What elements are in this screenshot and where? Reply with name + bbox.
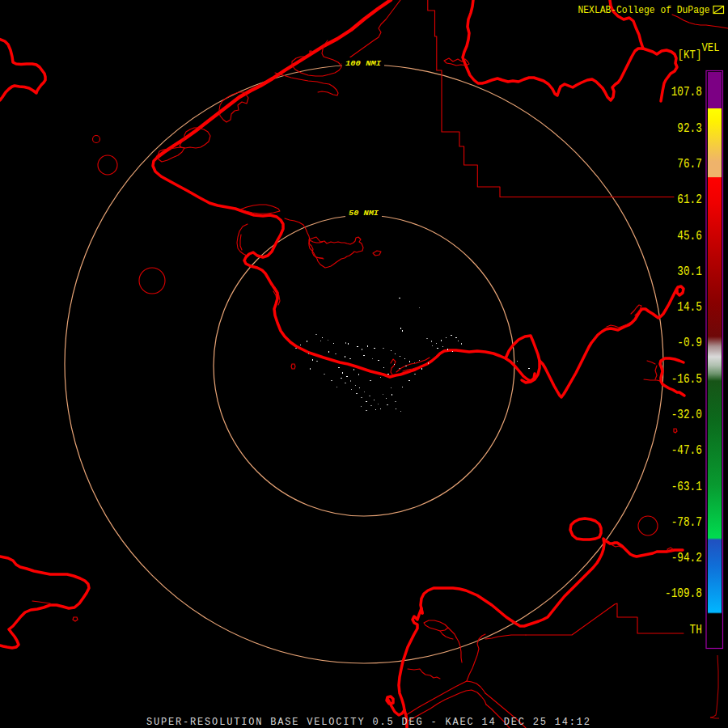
svg-text:SUPER-RESOLUTION BASE VELOCITY: SUPER-RESOLUTION BASE VELOCITY 0.5 DEG -… — [146, 717, 590, 728]
svg-text:107.8: 107.8 — [671, 85, 702, 99]
svg-text:VEL: VEL — [702, 40, 720, 55]
svg-text:-94.2: -94.2 — [671, 551, 702, 565]
svg-text:[KT]: [KT] — [678, 48, 702, 62]
svg-text:50 NMI: 50 NMI — [349, 209, 379, 218]
svg-text:NEXLAB-College of DuPage: NEXLAB-College of DuPage — [578, 5, 710, 16]
svg-text:-0.9: -0.9 — [677, 336, 702, 350]
svg-text:TH: TH — [690, 623, 702, 637]
svg-text:61.2: 61.2 — [677, 193, 702, 207]
svg-text:-78.7: -78.7 — [671, 515, 702, 530]
svg-text:-63.1: -63.1 — [671, 480, 702, 494]
svg-text:30.1: 30.1 — [677, 265, 702, 279]
svg-text:-109.8: -109.8 — [665, 586, 702, 601]
svg-text:100 NMI: 100 NMI — [345, 59, 381, 68]
svg-text:92.3: 92.3 — [677, 121, 702, 136]
svg-text:-16.5: -16.5 — [671, 372, 702, 387]
svg-text:-47.6: -47.6 — [671, 443, 702, 458]
svg-text:45.6: 45.6 — [677, 229, 702, 243]
svg-text:-32.0: -32.0 — [671, 408, 702, 422]
svg-text:76.7: 76.7 — [677, 157, 702, 171]
svg-text:14.5: 14.5 — [677, 300, 702, 315]
